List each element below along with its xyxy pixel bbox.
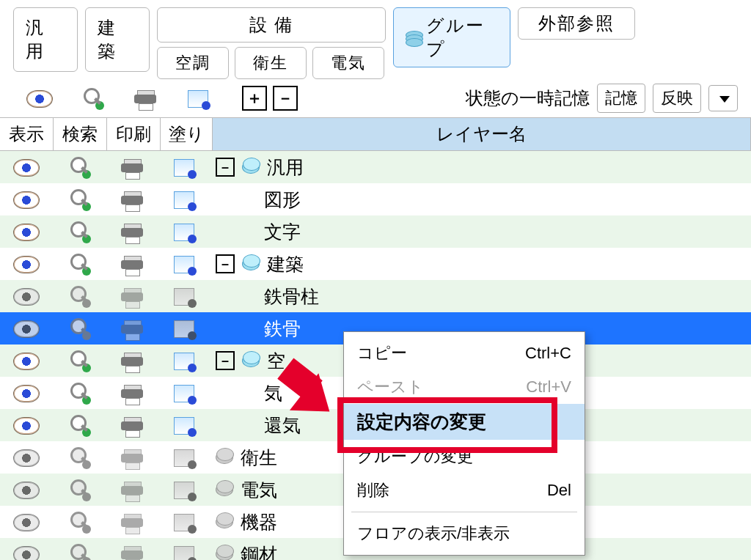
cell-fill[interactable]	[158, 254, 210, 273]
eye-icon[interactable]	[13, 482, 40, 499]
eye-icon[interactable]	[13, 288, 40, 306]
cell-print[interactable]	[106, 512, 158, 531]
col-search[interactable]: 検索	[54, 118, 107, 150]
cell-print[interactable]	[106, 287, 158, 306]
cell-name[interactable]: –建築	[210, 252, 751, 276]
print-icon[interactable]	[121, 159, 143, 177]
cell-display[interactable]	[0, 319, 53, 338]
eye-icon[interactable]	[26, 90, 53, 108]
fill-icon[interactable]	[174, 191, 194, 209]
cell-name[interactable]: 図形	[210, 188, 751, 212]
cell-search[interactable]	[53, 286, 106, 306]
btn-sanitary[interactable]: 衛生	[235, 47, 307, 79]
cell-print[interactable]	[106, 480, 158, 499]
cell-print[interactable]	[106, 383, 158, 402]
fill-icon[interactable]	[174, 482, 194, 499]
fill-icon[interactable]	[174, 224, 194, 241]
menu-delete[interactable]: 削除 Del	[344, 474, 585, 507]
fill-icon[interactable]	[188, 90, 208, 108]
fill-icon[interactable]	[174, 514, 194, 531]
search-icon[interactable]	[69, 318, 89, 339]
cell-search[interactable]	[53, 254, 106, 274]
eye-icon[interactable]	[13, 256, 40, 273]
cell-fill[interactable]	[158, 383, 210, 402]
apply-dropdown-caret[interactable]	[708, 85, 738, 111]
cell-search[interactable]	[53, 189, 106, 210]
cell-print[interactable]	[106, 254, 158, 273]
cell-display[interactable]	[0, 545, 53, 560]
fill-icon[interactable]	[174, 353, 194, 370]
menu-edit-settings[interactable]: 設定内容の変更	[344, 404, 585, 440]
eye-icon[interactable]	[13, 224, 40, 241]
cell-fill[interactable]	[158, 448, 210, 467]
store-button[interactable]: 記憶	[597, 84, 645, 113]
collapse-icon[interactable]: –	[216, 351, 235, 370]
cell-print[interactable]	[106, 545, 158, 560]
eye-icon[interactable]	[13, 191, 40, 209]
fill-icon[interactable]	[174, 546, 194, 560]
fill-icon[interactable]	[174, 256, 194, 273]
eye-icon[interactable]	[13, 417, 40, 435]
cell-print[interactable]	[106, 416, 158, 435]
cell-display[interactable]	[0, 383, 53, 402]
collapse-all-button[interactable]: －	[273, 86, 298, 111]
cell-name[interactable]: –汎用	[210, 155, 751, 180]
cell-display[interactable]	[0, 351, 53, 370]
cell-display[interactable]	[0, 158, 53, 177]
print-icon[interactable]	[121, 320, 143, 338]
search-icon[interactable]	[69, 350, 89, 371]
search-icon[interactable]	[69, 544, 89, 560]
cell-print[interactable]	[106, 351, 158, 370]
eye-icon[interactable]	[13, 159, 40, 177]
cell-search[interactable]	[53, 383, 106, 403]
table-row[interactable]: 文字	[0, 215, 751, 248]
search-icon[interactable]	[69, 383, 89, 403]
cell-fill[interactable]	[158, 512, 210, 531]
apply-dropdown[interactable]: 反映	[653, 84, 701, 113]
cell-fill[interactable]	[158, 416, 210, 435]
menu-copy[interactable]: コピー Ctrl+C	[344, 336, 585, 370]
cell-fill[interactable]	[158, 287, 210, 306]
table-row[interactable]: –建築	[0, 248, 751, 280]
cell-print[interactable]	[106, 448, 158, 467]
print-icon[interactable]	[121, 353, 143, 370]
expand-all-button[interactable]: ＋	[242, 86, 267, 111]
search-icon[interactable]	[69, 286, 89, 306]
table-row[interactable]: 鉄骨柱	[0, 280, 751, 312]
btn-external-ref[interactable]: 外部参照	[518, 7, 635, 40]
fill-icon[interactable]	[174, 159, 194, 177]
eye-icon[interactable]	[13, 320, 40, 338]
table-row[interactable]: 図形	[0, 183, 751, 215]
eye-icon[interactable]	[13, 514, 40, 531]
menu-floor-visibility[interactable]: フロアの表示/非表示	[344, 517, 585, 550]
search-icon[interactable]	[82, 88, 103, 108]
cell-search[interactable]	[53, 544, 106, 560]
search-icon[interactable]	[69, 254, 89, 274]
col-display[interactable]: 表示	[0, 118, 54, 150]
fill-icon[interactable]	[174, 320, 194, 338]
search-icon[interactable]	[69, 221, 89, 242]
cell-search[interactable]	[53, 415, 106, 435]
search-icon[interactable]	[69, 157, 89, 177]
print-icon[interactable]	[134, 90, 156, 108]
cell-fill[interactable]	[158, 190, 210, 209]
print-icon[interactable]	[121, 256, 143, 273]
eye-icon[interactable]	[13, 546, 40, 560]
collapse-icon[interactable]: –	[216, 254, 235, 273]
cell-display[interactable]	[0, 512, 53, 531]
table-row[interactable]: –汎用	[0, 151, 751, 183]
search-icon[interactable]	[69, 189, 89, 210]
print-icon[interactable]	[121, 449, 143, 467]
btn-hvac[interactable]: 空調	[157, 47, 229, 79]
btn-equipment[interactable]: 設 備	[157, 7, 386, 43]
cell-search[interactable]	[53, 221, 106, 242]
cell-search[interactable]	[53, 447, 106, 468]
fill-icon[interactable]	[174, 288, 194, 306]
cell-search[interactable]	[53, 157, 106, 177]
print-icon[interactable]	[121, 546, 143, 560]
cell-search[interactable]	[53, 318, 106, 339]
cell-print[interactable]	[106, 190, 158, 209]
cell-fill[interactable]	[158, 480, 210, 499]
print-icon[interactable]	[121, 417, 143, 435]
btn-generic[interactable]: 汎 用	[13, 7, 78, 72]
